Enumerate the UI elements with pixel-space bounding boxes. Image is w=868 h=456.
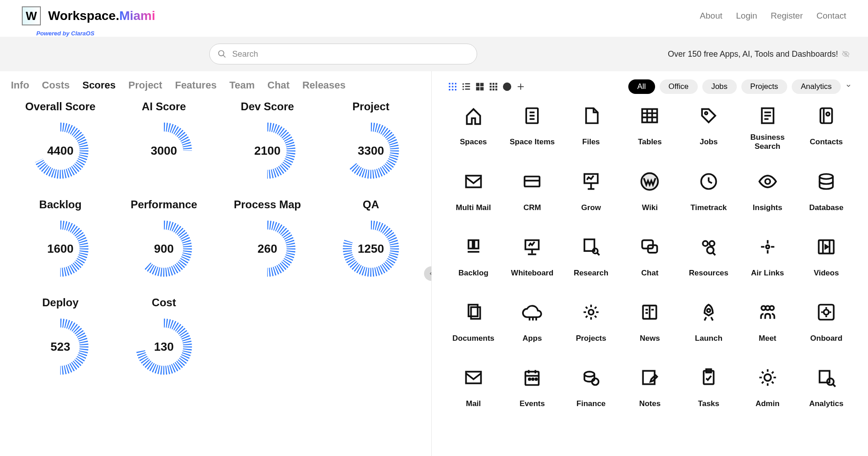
app-admin[interactable]: Admin	[742, 368, 793, 413]
score-card-performance[interactable]: Performance900	[114, 198, 213, 278]
app-spaces[interactable]: Spaces	[448, 106, 499, 152]
app-tables[interactable]: Tables	[625, 106, 676, 152]
svg-rect-54	[493, 83, 494, 85]
app-timetrack[interactable]: Timetrack	[683, 172, 734, 217]
app-apps[interactable]: Apps	[507, 302, 558, 348]
score-card-cost[interactable]: Cost130	[114, 296, 213, 376]
app-videos[interactable]: Videos	[801, 237, 852, 282]
score-donut: 3300	[341, 121, 400, 180]
tab-chat[interactable]: Chat	[267, 79, 290, 91]
app-whiteboard[interactable]: Whiteboard	[507, 237, 558, 282]
app-label: Air Links	[742, 264, 793, 282]
app-label: Mail	[448, 395, 499, 413]
app-label: Database	[801, 199, 852, 217]
score-card-ai-score[interactable]: AI Score3000	[114, 100, 213, 180]
score-card-overall-score[interactable]: Overall Score4400	[11, 100, 110, 180]
score-card-dev-score[interactable]: Dev Score2100	[218, 100, 317, 180]
score-value: 130	[134, 317, 193, 376]
tab-features[interactable]: Features	[175, 79, 217, 91]
search-input[interactable]	[209, 44, 477, 64]
app-grow[interactable]: Grow	[566, 172, 616, 217]
chevron-down-icon[interactable]	[845, 83, 852, 89]
list-icon[interactable]	[462, 82, 471, 91]
app-events[interactable]: Events	[507, 368, 558, 413]
app-air-links[interactable]: Air Links	[742, 237, 793, 282]
nav-about[interactable]: About	[700, 11, 723, 21]
svg-rect-36	[455, 83, 456, 84]
score-card-process-map[interactable]: Process Map260	[218, 198, 317, 278]
people-icon	[699, 237, 719, 257]
tab-team[interactable]: Team	[229, 79, 255, 91]
easel-icon	[522, 237, 542, 257]
app-jobs[interactable]: Jobs	[683, 106, 734, 152]
meet-icon	[758, 302, 778, 322]
app-onboard[interactable]: Onboard	[801, 302, 852, 348]
app-multi-mail[interactable]: Multi Mail	[448, 172, 499, 217]
app-wiki[interactable]: Wiki	[625, 172, 676, 217]
app-backlog[interactable]: Backlog	[448, 237, 499, 282]
app-chat[interactable]: Chat	[625, 237, 676, 282]
tab-info[interactable]: Info	[11, 79, 29, 91]
app-tasks[interactable]: Tasks	[683, 368, 734, 413]
score-card-deploy[interactable]: Deploy523	[11, 296, 110, 376]
grid-large-icon[interactable]	[475, 82, 484, 91]
app-label: News	[625, 329, 676, 348]
top-nav: AboutLoginRegisterContact	[700, 11, 846, 21]
filter-all[interactable]: All	[628, 79, 655, 94]
visibility-off-icon[interactable]	[842, 50, 850, 58]
app-files[interactable]: Files	[566, 106, 616, 152]
filter-office[interactable]: Office	[660, 79, 698, 94]
app-space-items[interactable]: Space Items	[507, 106, 558, 152]
app-notes[interactable]: Notes	[625, 368, 676, 413]
chat-icon	[640, 237, 660, 257]
app-documents[interactable]: Documents	[448, 302, 499, 348]
grid-med-icon[interactable]	[489, 82, 498, 91]
app-contacts[interactable]: Contacts	[801, 106, 852, 152]
tab-costs[interactable]: Costs	[42, 79, 69, 91]
filter-jobs[interactable]: Jobs	[702, 79, 737, 94]
app-insights[interactable]: Insights	[742, 172, 793, 217]
grid-small-icon[interactable]	[448, 82, 457, 91]
app-business-search[interactable]: Business Search	[742, 106, 793, 152]
app-launch[interactable]: Launch	[683, 302, 734, 348]
tab-scores[interactable]: Scores	[82, 79, 115, 91]
app-label: Multi Mail	[448, 199, 499, 217]
filter-analytics[interactable]: Analytics	[792, 79, 841, 94]
app-label: Tasks	[683, 395, 734, 413]
filter-projects[interactable]: Projects	[741, 79, 787, 94]
nav-register[interactable]: Register	[771, 11, 803, 21]
app-label: Tables	[625, 133, 676, 151]
app-finance[interactable]: Finance	[566, 368, 616, 413]
left-panel: InfoCostsScoresProjectFeaturesTeamChatRe…	[0, 71, 431, 456]
logo-icon: W	[22, 6, 41, 25]
app-label: Spaces	[448, 133, 499, 151]
nav-login[interactable]: Login	[736, 11, 757, 21]
app-meet[interactable]: Meet	[742, 302, 793, 348]
app-projects[interactable]: Projects	[566, 302, 616, 348]
smile-icon[interactable]	[503, 82, 512, 91]
score-value: 4400	[31, 121, 90, 180]
app-database[interactable]: Database	[801, 172, 852, 217]
tag-icon	[699, 106, 719, 126]
app-news[interactable]: News	[625, 302, 676, 348]
app-analytics[interactable]: Analytics	[801, 368, 852, 413]
score-donut: 1600	[31, 219, 90, 278]
app-mail[interactable]: Mail	[448, 368, 499, 413]
app-crm[interactable]: CRM	[507, 172, 558, 217]
score-title: Overall Score	[11, 100, 110, 113]
app-research[interactable]: Research	[566, 237, 616, 282]
tagline: Over 150 free Apps, AI, Tools and Dashbo…	[668, 49, 850, 59]
app-resources[interactable]: Resources	[683, 237, 734, 282]
nav-contact[interactable]: Contact	[817, 11, 846, 21]
score-card-qa[interactable]: QA1250	[321, 198, 420, 278]
score-card-project[interactable]: Project3300	[321, 100, 420, 180]
svg-rect-56	[490, 86, 492, 88]
collapse-button[interactable]	[424, 266, 431, 281]
score-card-backlog[interactable]: Backlog1600	[11, 198, 110, 278]
tab-project[interactable]: Project	[128, 79, 163, 91]
cog-icon	[758, 368, 778, 387]
plus-icon[interactable]	[516, 82, 525, 91]
tab-releases[interactable]: Releases	[302, 79, 345, 91]
clock-icon	[699, 172, 719, 191]
score-value: 523	[31, 317, 90, 376]
